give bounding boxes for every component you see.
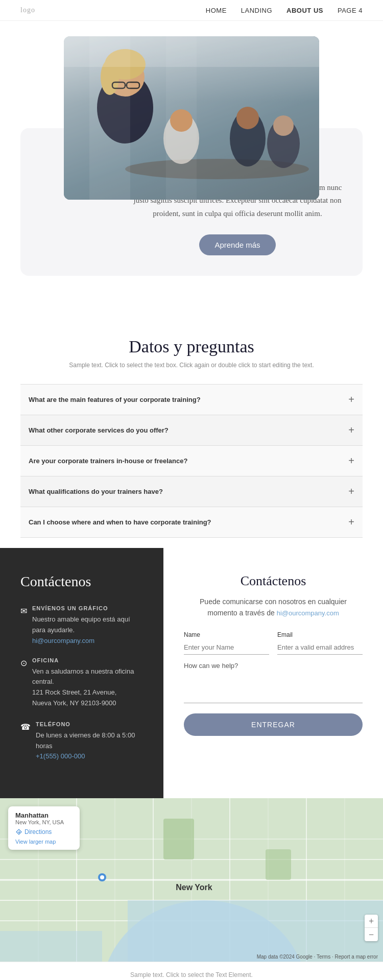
- email-icon: ✉: [20, 606, 27, 616]
- map-copyright: Map data ©2024 Google · Terms · Report a…: [257, 954, 378, 960]
- map-background: New York Manhattan New York, NY, USA Dir…: [0, 798, 383, 962]
- logo: logo: [20, 6, 35, 14]
- map-zoom-controls: + −: [365, 915, 378, 941]
- form-name-email-row: Name Email: [184, 631, 363, 655]
- map-city: Manhattan: [15, 811, 73, 819]
- faq-expand-icon-4: +: [348, 486, 354, 497]
- name-field: Name: [184, 631, 269, 655]
- faq-question-5: Can I choose where and when to have corp…: [29, 518, 211, 526]
- learn-more-button[interactable]: Aprende más: [199, 234, 275, 255]
- faq-item-5[interactable]: Can I choose where and when to have corp…: [20, 507, 363, 538]
- hero-section: Preguntas frecuentes Lorem ipsum dolor s…: [0, 21, 383, 306]
- faq-item-1[interactable]: What are the main features of your corpo…: [20, 385, 363, 415]
- contact-form-description: Puede comunicarse con nosotros en cualqu…: [184, 596, 363, 619]
- nav-landing[interactable]: LANDING: [241, 7, 272, 14]
- footer-note: Sample text. Click to select the Text El…: [0, 962, 383, 980]
- faq-expand-icon-1: +: [348, 394, 354, 405]
- faq-item-4[interactable]: What qualifications do your trainers hav…: [20, 476, 363, 507]
- nav-page4[interactable]: PAGE 4: [338, 7, 363, 14]
- how-help-input[interactable]: [184, 673, 363, 703]
- svg-point-9: [236, 107, 259, 129]
- svg-point-11: [273, 115, 294, 136]
- contact-dark-panel: Contáctenos ✉ ENVÍENOS UN GRÁFICO Nuestr…: [0, 548, 163, 798]
- contact-office-text: Ven a saludarnos a nuestra oficina centr…: [32, 666, 143, 709]
- svg-rect-35: [128, 900, 383, 962]
- faq-section: Datos y preguntas Sample text. Click to …: [0, 306, 383, 548]
- email-input[interactable]: [277, 640, 363, 655]
- svg-rect-17: [166, 36, 197, 200]
- hero-image: [64, 36, 319, 200]
- nav-home[interactable]: HOME: [206, 7, 227, 14]
- nav-links: HOME LANDING ABOUT US PAGE 4: [206, 7, 363, 14]
- view-larger-map-button[interactable]: View larger map: [15, 839, 73, 845]
- faq-expand-icon-5: +: [348, 516, 354, 528]
- map-section: New York Manhattan New York, NY, USA Dir…: [0, 798, 383, 962]
- navigation: logo HOME LANDING ABOUT US PAGE 4: [0, 0, 383, 21]
- contact-phone-label: TELÉFONO: [36, 721, 143, 727]
- name-input[interactable]: [184, 640, 269, 655]
- map-overlay: Manhattan New York, NY, USA Directions V…: [8, 806, 80, 850]
- hero-photo: [64, 36, 319, 200]
- faq-question-1: What are the main features of your corpo…: [29, 396, 201, 403]
- svg-text:New York: New York: [176, 883, 212, 892]
- faq-expand-icon-2: +: [348, 424, 354, 436]
- contact-form-panel: Contáctenos Puede comunicarse con nosotr…: [163, 548, 383, 761]
- contact-phone-link[interactable]: +1(555) 000-000: [36, 752, 85, 760]
- contact-email-item: ✉ ENVÍENOS UN GRÁFICO Nuestro amable equ…: [20, 605, 143, 645]
- map-address: New York, NY, USA: [15, 819, 73, 825]
- contact-phone-item: ☎ TELÉFONO De lunes a viernes de 8:00 a …: [20, 721, 143, 761]
- nav-about-us[interactable]: ABOUT US: [286, 7, 323, 14]
- faq-expand-icon-3: +: [348, 455, 354, 467]
- svg-rect-16: [89, 36, 130, 200]
- zoom-out-button[interactable]: −: [365, 928, 378, 941]
- faq-subtitle: Sample text. Click to select the text bo…: [20, 362, 363, 369]
- directions-label: Directions: [25, 828, 52, 835]
- contact-phone-text: De lunes a viernes de 8:00 a 5:00 horas: [36, 730, 143, 752]
- faq-question-3: Are your corporate trainers in-house or …: [29, 457, 187, 465]
- faq-question-4: What qualifications do your trainers hav…: [29, 488, 163, 495]
- faq-item-3[interactable]: Are your corporate trainers in-house or …: [20, 446, 363, 476]
- svg-rect-37: [163, 819, 194, 859]
- phone-icon: ☎: [20, 722, 31, 732]
- faq-question-2: What other corporate services do you off…: [29, 426, 169, 434]
- how-help-label: How can we help?: [184, 662, 363, 670]
- svg-rect-36: [0, 931, 102, 962]
- contact-email-link[interactable]: hi@ourcompany.com: [32, 637, 94, 644]
- contact-section: Contáctenos ✉ ENVÍENOS UN GRÁFICO Nuestr…: [0, 548, 383, 798]
- faq-item-2[interactable]: What other corporate services do you off…: [20, 415, 363, 446]
- name-label: Name: [184, 631, 269, 638]
- faq-list: What are the main features of your corpo…: [20, 384, 363, 538]
- map-directions-button[interactable]: Directions: [15, 828, 73, 835]
- svg-point-41: [100, 875, 104, 879]
- contact-email-label: ENVÍENOS UN GRÁFICO: [32, 605, 143, 611]
- svg-rect-38: [266, 849, 291, 880]
- contact-email-text: Nuestro amable equipo está aquí para ayu…: [32, 614, 143, 636]
- how-help-field: How can we help?: [184, 662, 363, 705]
- contact-form-title: Contáctenos: [184, 573, 363, 589]
- zoom-in-button[interactable]: +: [365, 915, 378, 928]
- faq-title: Datos y preguntas: [20, 337, 363, 356]
- contact-form-email-link[interactable]: hi@ourcompany.com: [277, 609, 339, 617]
- contact-dark-title: Contáctenos: [20, 573, 143, 590]
- contact-office-item: ⊙ OFICINA Ven a saludarnos a nuestra ofi…: [20, 657, 143, 709]
- email-field: Email: [277, 631, 363, 655]
- contact-office-label: OFICINA: [32, 657, 143, 663]
- office-icon: ⊙: [20, 658, 27, 668]
- submit-button[interactable]: ENTREGAR: [184, 713, 363, 736]
- email-label: Email: [277, 631, 363, 638]
